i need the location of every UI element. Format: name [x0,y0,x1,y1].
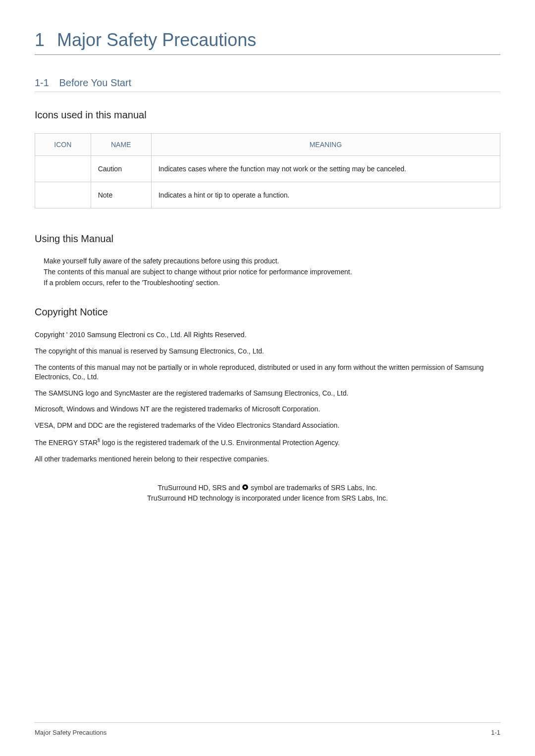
icons-heading: Icons used in this manual [35,109,500,121]
table-cell-name: Caution [91,156,151,182]
copyright-line: Copyright ' 2010 Samsung Electroni cs Co… [35,330,500,340]
using-manual-list: Make yourself fully aware of the safety … [35,257,500,287]
page-footer: Major Safety Precautions 1-1 [35,722,500,736]
chapter-title-text: Major Safety Precautions [57,30,256,50]
table-cell-icon [35,182,91,208]
copyright-line: The contents of this manual may not be p… [35,363,500,382]
table-row: Note Indicates a hint or tip to operate … [35,182,500,208]
chapter-number: 1 [35,30,45,50]
copyright-line: The copyright of this manual is reserved… [35,347,500,356]
table-cell-name: Note [91,182,151,208]
srs-line2: TruSurround HD technology is incorporate… [35,494,500,502]
table-row: Caution Indicates cases where the functi… [35,156,500,182]
table-header-name: NAME [91,134,151,156]
srs-line1: TruSurround HD, SRS and symbol are trade… [35,484,500,493]
table-cell-meaning: Indicates cases where the function may n… [151,156,500,182]
list-item: The contents of this manual are subject … [44,268,500,276]
copyright-block: Copyright ' 2010 Samsung Electroni cs Co… [35,330,500,464]
icons-table: ICON NAME MEANING Caution Indicates case… [35,133,500,208]
table-cell-icon [35,156,91,182]
copyright-line: All other trademarks mentioned herein be… [35,454,500,464]
svg-point-1 [244,486,247,489]
chapter-title: 1 Major Safety Precautions [35,30,500,55]
srs-block: TruSurround HD, SRS and symbol are trade… [35,484,500,503]
copyright-line: The SAMSUNG logo and SyncMaster are the … [35,389,500,398]
table-header-meaning: MEANING [151,134,500,156]
table-header-icon: ICON [35,134,91,156]
srs-line1-suffix: symbol are trademarks of SRS Labs, Inc. [251,484,377,492]
footer-left: Major Safety Precautions [35,729,107,736]
section-title: 1-1 Before You Start [35,77,500,92]
list-item: Make yourself fully aware of the safety … [44,257,500,265]
copyright-line: VESA, DPM and DDC are the registered tra… [35,421,500,430]
copyright-heading: Copyright Notice [35,306,500,318]
srs-symbol-icon [242,484,249,492]
energy-star-suffix: logo is the registered trademark of the … [100,439,340,447]
list-item: If a problem occurs, refer to the 'Troub… [44,279,500,287]
footer-right: 1-1 [491,729,500,736]
energy-star-prefix: The ENERGY STAR [35,439,98,447]
copyright-line: Microsoft, Windows and Windows NT are th… [35,404,500,414]
using-manual-heading: Using this Manual [35,233,500,245]
section-number: 1-1 [35,77,49,88]
table-cell-meaning: Indicates a hint or tip to operate a fun… [151,182,500,208]
section-title-text: Before You Start [59,77,131,88]
srs-line1-prefix: TruSurround HD, SRS and [158,484,242,492]
copyright-energy-star: The ENERGY STARfi logo is the registered… [35,437,500,448]
